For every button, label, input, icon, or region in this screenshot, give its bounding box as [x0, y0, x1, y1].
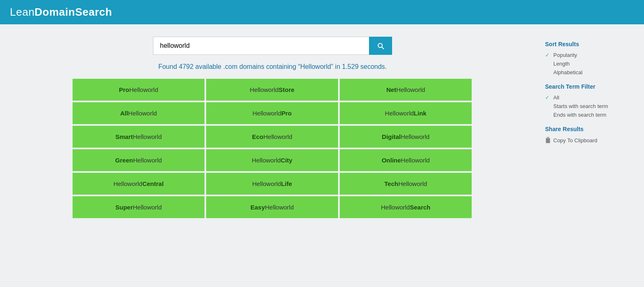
search-bar — [153, 37, 392, 55]
domain-highlight: Store — [279, 86, 294, 93]
domain-cell[interactable]: HelloworldLife — [206, 173, 338, 195]
sort-option-alphabetical[interactable]: Alphabetical — [545, 68, 636, 77]
domain-normal: Helloworld — [401, 133, 430, 140]
domain-highlight: Life — [281, 180, 292, 187]
domain-highlight: Net — [386, 86, 396, 93]
domain-normal: Helloworld — [396, 86, 425, 93]
sort-option-length[interactable]: Length — [545, 59, 636, 68]
search-button[interactable] — [369, 37, 392, 55]
domain-highlight: All — [120, 110, 128, 117]
domain-cell[interactable]: HelloworldCentral — [73, 173, 204, 195]
domain-highlight: Easy — [250, 204, 265, 211]
domain-cell[interactable]: SmartHelloworld — [73, 126, 204, 148]
copy-label: Copy To Clipboard — [553, 137, 597, 144]
domain-cell[interactable]: TechHelloworld — [340, 173, 472, 195]
domain-cell[interactable]: SuperHelloworld — [73, 196, 204, 218]
domain-cell[interactable]: OnlineHelloworld — [340, 149, 472, 171]
sort-results-label: Sort Results — [545, 41, 636, 47]
logo: LeanDomainSearch — [10, 6, 112, 19]
domain-grid: ProHelloworldHelloworldStoreNetHelloworl… — [73, 79, 472, 218]
domain-normal: Helloworld — [398, 180, 427, 187]
domain-normal: Helloworld — [263, 133, 292, 140]
domain-cell[interactable]: HelloworldStore — [206, 79, 338, 101]
filter-option-all[interactable]: All — [545, 93, 636, 102]
domain-normal: Helloworld — [133, 204, 162, 211]
domain-normal: Helloworld — [385, 110, 414, 117]
filter-option-ends-with-search-term[interactable]: Ends with search term — [545, 111, 636, 119]
domain-highlight: Online — [382, 157, 401, 164]
domain-cell[interactable]: GreenHelloworld — [73, 149, 204, 171]
domain-cell[interactable]: HelloworldSearch — [340, 196, 472, 218]
domain-highlight: Search — [410, 204, 430, 211]
domain-cell[interactable]: DigitalHelloworld — [340, 126, 472, 148]
filter-options: AllStarts with search termEnds with sear… — [545, 93, 636, 119]
domain-normal: Helloworld — [133, 133, 162, 140]
domain-highlight: Smart — [115, 133, 133, 140]
sort-option-popularity[interactable]: Popularity — [545, 51, 636, 59]
domain-highlight: Pro — [282, 110, 292, 117]
domain-normal: Helloworld — [265, 204, 294, 211]
domain-highlight: Tech — [384, 180, 398, 187]
svg-rect-0 — [546, 138, 550, 143]
logo-bold: DomainSearch — [35, 6, 112, 18]
clipboard-icon — [545, 137, 551, 144]
domain-normal: Helloworld — [401, 157, 430, 164]
svg-rect-1 — [547, 137, 549, 139]
domain-highlight: Central — [142, 180, 164, 187]
content-area: Found 4792 available .com domains contai… — [8, 37, 537, 218]
domain-highlight: Super — [115, 204, 133, 211]
domain-normal: Helloworld — [129, 86, 158, 93]
domain-cell[interactable]: HelloworldCity — [206, 149, 338, 171]
domain-normal: Helloworld — [252, 157, 281, 164]
search-icon — [376, 42, 385, 50]
copy-to-clipboard-button[interactable]: Copy To Clipboard — [545, 136, 636, 145]
filter-option-starts-with-search-term[interactable]: Starts with search term — [545, 102, 636, 111]
domain-normal: Helloworld — [252, 180, 281, 187]
domain-highlight: Green — [115, 157, 133, 164]
search-term-filter-label: Search Term Filter — [545, 83, 636, 90]
share-results-label: Share Results — [545, 126, 636, 132]
domain-highlight: Link — [414, 110, 427, 117]
domain-highlight: Pro — [119, 86, 129, 93]
domain-normal: Helloworld — [133, 157, 162, 164]
domain-cell[interactable]: AllHelloworld — [73, 102, 204, 124]
header: LeanDomainSearch — [0, 0, 644, 24]
domain-highlight: Eco — [252, 133, 263, 140]
domain-cell[interactable]: ProHelloworld — [73, 79, 204, 101]
domain-normal: Helloworld — [113, 180, 142, 187]
domain-highlight: City — [281, 157, 292, 164]
domain-normal: Helloworld — [252, 110, 281, 117]
domain-cell[interactable]: EasyHelloworld — [206, 196, 338, 218]
domain-cell[interactable]: HelloworldPro — [206, 102, 338, 124]
result-summary: Found 4792 available .com domains contai… — [158, 63, 387, 71]
domain-cell[interactable]: EcoHelloworld — [206, 126, 338, 148]
main-layout: Found 4792 available .com domains contai… — [0, 24, 644, 226]
domain-normal: Helloworld — [128, 110, 157, 117]
search-input[interactable] — [153, 37, 369, 55]
domain-normal: Helloworld — [250, 86, 279, 93]
logo-regular: Lean — [10, 6, 35, 18]
sidebar: Sort Results PopularityLengthAlphabetica… — [545, 37, 636, 218]
domain-normal: Helloworld — [381, 204, 410, 211]
domain-cell[interactable]: NetHelloworld — [340, 79, 472, 101]
sort-options: PopularityLengthAlphabetical — [545, 51, 636, 77]
domain-highlight: Digital — [382, 133, 401, 140]
domain-cell[interactable]: HelloworldLink — [340, 102, 472, 124]
